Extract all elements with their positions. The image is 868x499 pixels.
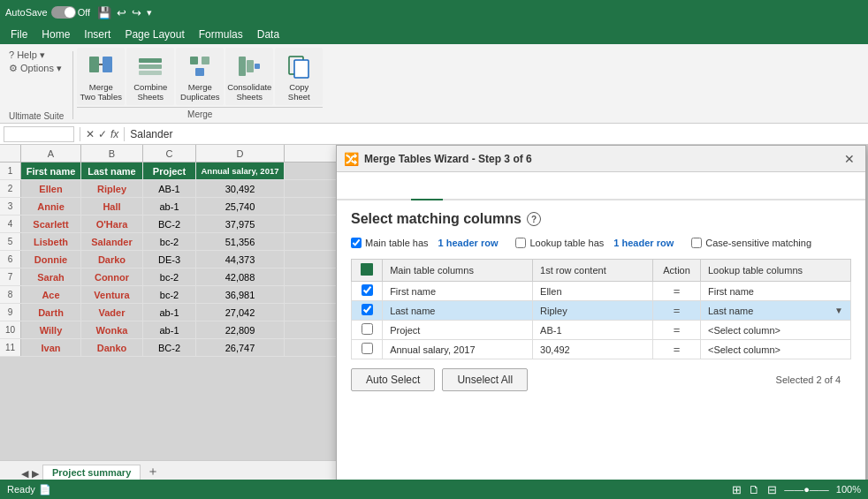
confirm-formula-icon[interactable]: ✓ [98, 128, 107, 140]
cell-project-9: ab-1 [143, 304, 196, 321]
table-header-content: 1st row content [533, 260, 653, 282]
heading-help-icon[interactable]: ? [527, 212, 541, 226]
row3-checkbox-cell [352, 321, 383, 340]
table-row[interactable]: 4 Scarlett O'Hara BC-2 37,975 [0, 215, 336, 233]
svg-rect-9 [239, 57, 246, 76]
row1-checkbox-cell [352, 282, 383, 301]
nav-right-icon[interactable]: ▶ [32, 468, 39, 480]
case-sensitive-checkbox[interactable]: Case-sensitive matching [691, 238, 811, 248]
table-row[interactable]: 3 Annie Hall ab-1 25,740 [0, 198, 336, 215]
dialog-title-text: Merge Tables Wizard - Step 3 of 6 [364, 153, 835, 165]
row3-main-col: Project [383, 321, 533, 340]
auto-select-button[interactable]: Auto Select [351, 368, 435, 391]
combine-sheets-btn[interactable]: CombineSheets [126, 48, 174, 105]
dialog-tab-1[interactable] [347, 192, 379, 200]
table-row[interactable]: 7 Sarah Connor bc-2 42,088 [0, 268, 336, 286]
svg-rect-6 [190, 57, 198, 64]
row2-checkbox[interactable] [362, 304, 373, 315]
cell-firstname-9: Darth [21, 304, 81, 321]
dialog-tab-4[interactable] [443, 192, 475, 200]
combine-sheets-label: CombineSheets [133, 82, 167, 102]
cell-project-7: bc-2 [143, 268, 196, 285]
row3-lookup: <Select column> [700, 321, 850, 340]
insert-function-icon[interactable]: fx [110, 128, 118, 140]
dialog-title-icon: 🔀 [344, 152, 359, 166]
cell-firstname-6: Donnie [21, 251, 81, 268]
menu-data[interactable]: Data [250, 26, 286, 42]
row4-content: 30,492 [533, 340, 653, 359]
dialog-tab-2[interactable] [379, 192, 411, 200]
consolidate-sheets-btn[interactable]: ConsolidateSheets [225, 48, 273, 105]
add-sheet-button[interactable]: ＋ [144, 464, 162, 480]
merge-two-tables-btn[interactable]: MergeTwo Tables [77, 48, 125, 105]
merge-duplicates-btn[interactable]: MergeDuplicates [176, 48, 224, 105]
cell-salary-8: 36,981 [196, 286, 285, 303]
row-num-5: 5 [0, 233, 21, 250]
dialog-heading: Select matching columns ? [351, 211, 851, 227]
row2-lookup[interactable]: Last name ▼ [700, 301, 850, 321]
cell-project-10: ab-1 [143, 321, 196, 338]
dialog-close-button[interactable]: ✕ [841, 150, 858, 168]
consolidate-sheets-label: ConsolidateSheets [227, 82, 271, 102]
menu-insert[interactable]: Insert [77, 26, 118, 42]
row4-main-col: Annual salary, 2017 [383, 340, 533, 359]
table-row[interactable]: 10 Willy Wonka ab-1 22,809 [0, 321, 336, 339]
dialog-tab-3[interactable] [411, 192, 443, 200]
lookup-table-header-checkbox[interactable]: Lookup table has 1 header row [515, 238, 674, 248]
redo-icon[interactable]: ↪ [132, 6, 141, 19]
undo-icon[interactable]: ↩ [117, 6, 126, 19]
menu-home[interactable]: Home [34, 26, 77, 42]
page-break-icon[interactable]: ⊟ [767, 483, 777, 496]
row3-checkbox[interactable] [362, 323, 373, 335]
row1-checkbox[interactable] [362, 284, 373, 296]
nav-left-icon[interactable]: ◀ [21, 468, 28, 480]
table-row: Last name Ripley = Last name ▼ [352, 301, 851, 321]
main-table-header-checkbox[interactable]: Main table has 1 header row [351, 238, 498, 248]
quick-access-toolbar: 💾 ↩ ↪ ▾ [97, 6, 152, 19]
main-header-checkbox-input[interactable] [351, 238, 362, 248]
unselect-all-button[interactable]: Unselect All [442, 368, 528, 391]
copy-sheet-btn[interactable]: CopySheet [275, 48, 323, 105]
cell-lastname-7: Connor [81, 268, 143, 285]
case-sensitive-checkbox-input[interactable] [691, 238, 702, 248]
svg-rect-4 [139, 64, 162, 69]
formula-input[interactable] [130, 128, 864, 140]
table-row[interactable]: 8 Ace Ventura bc-2 36,981 [0, 286, 336, 304]
menu-file[interactable]: File [4, 26, 34, 42]
dialog-tab-6[interactable] [506, 192, 538, 200]
table-row[interactable]: 11 Ivan Danko BC-2 26,747 [0, 339, 336, 357]
options-button[interactable]: ⚙ Options ▾ [9, 63, 62, 74]
autosave-toggle[interactable]: Off [51, 6, 90, 19]
name-box[interactable] [4, 126, 74, 142]
menu-formulas[interactable]: Formulas [192, 26, 250, 42]
help-button[interactable]: ? Help ▾ [9, 49, 45, 61]
customize-icon[interactable]: ▾ [147, 7, 152, 19]
table-row[interactable]: 2 Ellen Ripley AB-1 30,492 [0, 180, 336, 198]
merge-two-tables-label: MergeTwo Tables [80, 82, 122, 102]
cell-lastname-4: O'Hara [81, 215, 143, 232]
cell-lastname-8: Ventura [81, 286, 143, 303]
merge-duplicates-label: MergeDuplicates [180, 82, 219, 102]
row2-dropdown-arrow[interactable]: ▼ [834, 306, 843, 315]
row4-checkbox[interactable] [362, 343, 373, 354]
row-num-11: 11 [0, 339, 21, 356]
row-num-1: 1 [0, 163, 21, 179]
dialog-tab-5[interactable] [475, 192, 506, 200]
grid-view-icon[interactable]: ⊞ [732, 483, 742, 496]
lookup-header-checkbox-input[interactable] [515, 238, 526, 248]
cell-lastname-6: Darko [81, 251, 143, 268]
cancel-formula-icon[interactable]: ✕ [86, 128, 95, 140]
menu-page-layout[interactable]: Page Layout [118, 26, 191, 42]
svg-rect-11 [255, 64, 260, 69]
table-row[interactable]: 5 Lisbeth Salander bc-2 51,356 [0, 233, 336, 251]
save-icon[interactable]: 💾 [97, 6, 111, 19]
cell-project-6: DE-3 [143, 251, 196, 268]
table-row[interactable]: 9 Darth Vader ab-1 27,042 [0, 304, 336, 321]
cell-lastname-11: Danko [81, 339, 143, 356]
zoom-slider[interactable]: ——●—— [784, 484, 829, 495]
sheet-tab-project-summary[interactable]: Project summary [42, 465, 141, 480]
table-header-check [352, 260, 383, 282]
table-row[interactable]: 6 Donnie Darko DE-3 44,373 [0, 251, 336, 268]
page-layout-icon[interactable]: 🗋 [749, 483, 760, 496]
col-header-a: A [21, 145, 81, 162]
